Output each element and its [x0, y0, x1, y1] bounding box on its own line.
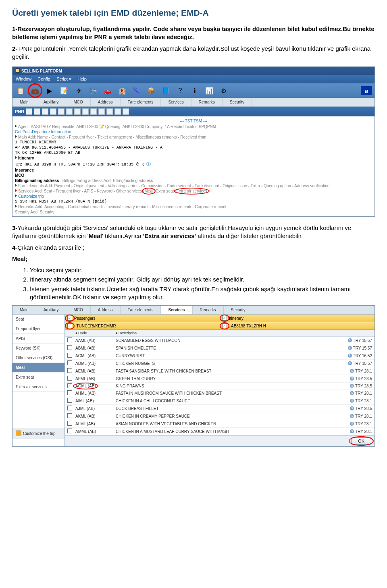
tab-auxiliary[interactable]: Auxiliary	[36, 98, 67, 106]
tab-main[interactable]: Main	[12, 98, 36, 106]
tab-main[interactable]: Main	[12, 306, 36, 314]
toolbar-icon[interactable]: 📊	[204, 85, 215, 96]
meal-row[interactable]: ADML (AB)CHICKEN NUGGETS$TRY 15.57	[65, 360, 375, 367]
expand-icon[interactable]	[15, 184, 17, 187]
expand-icon[interactable]	[15, 124, 17, 128]
meal-row[interactable]: AAML (AB)SCRAMBLED EGGS WITH BACON$TRY 1…	[65, 337, 375, 344]
meal-row[interactable]: AJML (AB)DUCK BREAST FILLET$TRY 28.5	[65, 405, 375, 412]
meal-row[interactable]: AEML (AB)PASTA SANSIBAR STYLE WITH CHICK…	[65, 367, 375, 375]
meal-row[interactable]: AIML (AB)CHICKEN IN A CHILI COCONUT SAUC…	[65, 397, 375, 405]
meal-checkbox[interactable]	[67, 360, 72, 365]
suitcase-icon[interactable]: 💼	[29, 85, 41, 96]
meal-row[interactable]: AKML (AB)CHICKEN IN CREAMY PEPPER SAUCE$…	[65, 412, 375, 420]
menu-window[interactable]: Window	[16, 77, 31, 81]
pnr-icon[interactable]	[26, 108, 32, 115]
get-post-departure-link[interactable]: Get Post-Departure Information	[15, 129, 372, 135]
expand-icon[interactable]	[15, 156, 17, 159]
extra-air-services-link[interactable]: Extra air services	[176, 189, 207, 193]
sidebar-item-extra-seat[interactable]: Extra seat	[12, 373, 64, 382]
tab-security[interactable]: Security	[223, 98, 252, 106]
pnr-icon[interactable]	[50, 108, 56, 115]
tab-services[interactable]: Services	[161, 306, 192, 314]
meal-row[interactable]: ABML (AB)SPANISH OMELETTE$TRY 15.57	[65, 344, 375, 352]
pnr-icon[interactable]	[106, 108, 113, 115]
meal-checkbox[interactable]	[67, 421, 72, 426]
menu-config[interactable]: Config	[37, 77, 50, 81]
tab-address[interactable]: Address	[91, 98, 121, 106]
tab-remarks[interactable]: Remarks	[193, 306, 224, 314]
toolbar-icon[interactable]: ▶	[44, 85, 55, 96]
expand-icon[interactable]	[15, 135, 17, 138]
toolbar-icon[interactable]: 🚗	[102, 85, 113, 96]
toolbar-icon[interactable]: 📘	[160, 85, 171, 96]
meal-checkbox[interactable]	[67, 429, 72, 433]
tab-mco[interactable]: MCO	[66, 306, 90, 314]
toolbar-icon[interactable]: 📦	[146, 85, 157, 96]
itinerary-checkbox[interactable]	[222, 316, 227, 321]
sidebar-item-frequent-flyer[interactable]: Frequent flyer	[12, 324, 64, 334]
meal-row[interactable]: AGML (AB)KING PRAWNS$TRY 28.5	[65, 383, 375, 389]
tab-fare-elements[interactable]: Fare elements	[121, 306, 161, 314]
meal-checkbox[interactable]	[67, 353, 72, 358]
meal-row[interactable]: AMML (AB)CHICKEN IN A MUSTARD LEAF CURRY…	[65, 428, 375, 435]
toolbar-icon[interactable]: ✈	[73, 85, 84, 96]
meal-checkbox[interactable]	[67, 398, 72, 403]
sidebar-item-extra-air[interactable]: Extra air services	[12, 382, 64, 392]
meal-checkbox[interactable]	[67, 337, 72, 342]
meal-checkbox[interactable]	[67, 345, 72, 350]
tab-security[interactable]: Security	[224, 306, 253, 314]
tab-remarks[interactable]: Remarks	[191, 98, 223, 106]
info-icon[interactable]: ⓘ	[146, 161, 151, 167]
expand-icon[interactable]	[15, 205, 17, 208]
toolbar-icon[interactable]: 🛬	[87, 85, 99, 96]
pnr-icon[interactable]	[114, 108, 121, 115]
menu-script[interactable]: Script ▾	[56, 77, 71, 81]
toolbar-icon[interactable]: 🌂	[131, 85, 142, 96]
tab-address[interactable]: Address	[91, 306, 121, 314]
pnr-icon[interactable]	[34, 108, 40, 115]
meal-row[interactable]: ALML (AB)ASIAN NOODLES WITH VEGETABLES A…	[65, 420, 375, 428]
meal-checkbox[interactable]	[67, 406, 72, 410]
sidebar-item-meal[interactable]: Meal	[12, 363, 64, 373]
tab-fare-elements[interactable]: Fare elements	[121, 98, 161, 106]
pnr-icon[interactable]	[74, 108, 81, 115]
pnr-icon[interactable]	[90, 108, 97, 115]
customize-trip-button[interactable]: Customize the trip	[12, 428, 64, 439]
menu-help[interactable]: Help	[77, 77, 87, 81]
meal-row[interactable]: ACML (AB)CURRYWURST$TRY 16.52	[65, 352, 375, 360]
toolbar-icon[interactable]: ℹ	[189, 85, 200, 96]
sidebar-item-osi[interactable]: Other services (OSI)	[12, 353, 64, 363]
segment-checkbox[interactable]	[222, 323, 227, 328]
meal-row[interactable]: AHML (AB)PASTA IN MUSHROOM SAUCE WITH CH…	[65, 389, 375, 397]
passengers-checkbox[interactable]	[67, 316, 72, 321]
pnr-icon[interactable]	[98, 108, 105, 115]
ok-button[interactable]: OK	[351, 437, 371, 445]
pnr-icon[interactable]	[58, 108, 64, 115]
pnr-icon[interactable]	[42, 108, 48, 115]
meal-row[interactable]: AFML (AB)GREEN THAI CURRY$TRY 28.5	[65, 375, 375, 383]
meal-checkbox[interactable]	[67, 376, 72, 381]
meal-checkbox[interactable]	[67, 368, 72, 373]
sidebar-item-apis[interactable]: APIS	[12, 334, 64, 344]
sidebar-item-keyword[interactable]: Keyword (SK)	[12, 344, 64, 353]
meal-link[interactable]: Meal	[144, 189, 153, 193]
pax-checkbox[interactable]	[67, 323, 72, 328]
toolbar-icon[interactable]: 📝	[58, 85, 70, 96]
meal-checkbox[interactable]	[67, 390, 72, 395]
tab-services[interactable]: Services	[161, 98, 191, 106]
toolbar-icon[interactable]: ⚙	[218, 85, 229, 96]
meal-checkbox[interactable]	[67, 383, 72, 388]
toolbar-icon[interactable]: 🏨	[117, 85, 128, 96]
expand-arrow-services-icon[interactable]	[15, 189, 17, 192]
sidebar-item-seat[interactable]: Seat	[12, 315, 64, 324]
pnr-icon[interactable]	[123, 108, 129, 115]
list-item: Yolcu seçimi yapılır.	[30, 266, 375, 274]
meal-checkbox[interactable]	[67, 413, 72, 418]
expand-icon[interactable]	[15, 194, 17, 197]
toolbar-icon[interactable]: 📋	[15, 85, 26, 96]
pnr-icon[interactable]	[66, 108, 73, 115]
pnr-icon[interactable]	[82, 108, 89, 115]
toolbar-icon[interactable]: ?	[175, 85, 186, 96]
tab-mco[interactable]: MCO	[66, 98, 90, 106]
tab-auxiliary[interactable]: Auxiliary	[36, 306, 67, 314]
